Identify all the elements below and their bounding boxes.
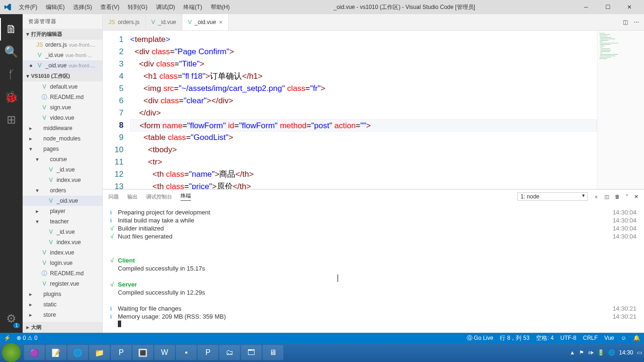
tree-file[interactable]: Vindex.vue bbox=[23, 237, 102, 247]
menu-item[interactable]: 帮助(H) bbox=[207, 1, 234, 13]
window-title: _oid.vue - vs1010 (工作区) - Visual Studio … bbox=[233, 3, 575, 11]
taskbar-app[interactable]: 🟣 bbox=[24, 345, 45, 360]
menu-item[interactable]: 选择(S) bbox=[69, 1, 96, 13]
tree-folder[interactable]: ▾course bbox=[23, 154, 102, 165]
line-gutter: 12345678910111213 bbox=[103, 31, 130, 189]
taskbar-clock[interactable]: 14:30 bbox=[619, 349, 633, 356]
taskbar-app[interactable]: 📁 bbox=[89, 345, 110, 360]
tree-file[interactable]: V_id.vue bbox=[23, 227, 102, 237]
taskbar-app[interactable]: 🗔 bbox=[241, 345, 262, 360]
tree-folder[interactable]: ▾pages bbox=[23, 144, 102, 154]
vscode-logo-icon bbox=[4, 3, 11, 11]
tree-folder[interactable]: ▸middleware bbox=[23, 123, 102, 133]
start-button[interactable] bbox=[2, 343, 21, 362]
outline-header[interactable]: ▸大纲 bbox=[23, 322, 102, 333]
status-problems[interactable]: ⊗ 0 ⚠ 0 bbox=[17, 335, 37, 341]
tree-folder[interactable]: ▸node_modules bbox=[23, 133, 102, 144]
tree-file[interactable]: Vlogin.vue bbox=[23, 258, 102, 268]
panel-maximize-icon[interactable]: ˄ bbox=[626, 194, 628, 200]
editor-tab[interactable]: JSorders.js bbox=[103, 14, 146, 30]
status-feedback[interactable]: ☺ bbox=[621, 335, 627, 341]
menu-item[interactable]: 转到(G) bbox=[124, 1, 151, 13]
panel-tab[interactable]: 输出 bbox=[127, 193, 138, 200]
panel-close-icon[interactable]: ✕ bbox=[634, 194, 638, 200]
tree-folder[interactable]: ▾orders bbox=[23, 185, 102, 196]
activity-settings[interactable]: ⚙1 bbox=[0, 307, 23, 330]
menu-item[interactable]: 调试(D) bbox=[152, 1, 179, 13]
tree-file[interactable]: ⓘREADME.md bbox=[23, 268, 102, 279]
activity-debug[interactable]: 🐞 bbox=[0, 86, 23, 108]
activity-extensions[interactable]: ⊞ bbox=[0, 108, 23, 131]
tree-folder[interactable]: ▾teacher bbox=[23, 216, 102, 227]
close-button[interactable]: ✕ bbox=[619, 0, 640, 14]
split-terminal-icon[interactable]: ◫ bbox=[604, 194, 609, 200]
taskbar-app[interactable]: 🗂 bbox=[219, 345, 240, 360]
split-editor-icon[interactable]: ◫ bbox=[623, 19, 628, 25]
taskbar-app[interactable]: 🖥 bbox=[263, 345, 283, 360]
taskbar-app[interactable]: P bbox=[111, 345, 132, 360]
open-editor-item[interactable]: JSorders.jsvue-front-... bbox=[23, 40, 102, 50]
status-golive[interactable]: Ⓖ Go Live bbox=[467, 334, 494, 342]
taskbar-app[interactable]: W bbox=[154, 345, 175, 360]
activity-explorer[interactable]: 🗎 bbox=[0, 18, 23, 41]
maximize-button[interactable]: ☐ bbox=[597, 0, 619, 14]
new-terminal-icon[interactable]: ＋ bbox=[594, 193, 599, 200]
taskbar-app[interactable]: P bbox=[198, 345, 218, 360]
tree-folder[interactable]: ▸store bbox=[23, 310, 102, 320]
workspace-header[interactable]: ▾VS1010 (工作区) bbox=[23, 71, 102, 82]
tree-file[interactable]: V_id.vue bbox=[23, 165, 102, 175]
panel-tab[interactable]: 问题 bbox=[108, 193, 119, 200]
status-remote[interactable]: ⚡ bbox=[4, 335, 11, 341]
tab-close-icon[interactable]: × bbox=[219, 18, 223, 26]
status-cursor-pos[interactable]: 行 8，列 53 bbox=[500, 334, 529, 342]
status-indent[interactable]: 空格: 4 bbox=[536, 334, 553, 342]
tree-file[interactable]: Vregister.vue bbox=[23, 279, 102, 289]
panel-tab[interactable]: 调试控制台 bbox=[146, 193, 172, 200]
menu-item[interactable]: 终端(T) bbox=[180, 1, 206, 13]
activity-scm[interactable]: ᚶ bbox=[0, 63, 23, 86]
editor-tab[interactable]: V_id.vue bbox=[146, 14, 182, 30]
kill-terminal-icon[interactable]: 🗑 bbox=[615, 194, 620, 199]
tree-file[interactable]: Vdefault.vue bbox=[23, 82, 102, 92]
minimap[interactable]: ▬▬▬▬▬▬ ▬▬▬▬▬▬▬▬▬▬▬ ▬▬▬▬▬▬▬▬ ▬▬▬▬▬▬▬▬▬▬▬▬… bbox=[597, 31, 644, 189]
taskbar-app[interactable]: 🔳 bbox=[132, 345, 153, 360]
menu-item[interactable]: 编辑(E) bbox=[42, 1, 68, 13]
taskbar-app[interactable]: 🌐 bbox=[67, 345, 88, 360]
taskbar-app[interactable]: 📝 bbox=[46, 345, 66, 360]
status-eol[interactable]: CRLF bbox=[583, 335, 597, 341]
tree-file[interactable]: ⓘREADME.md bbox=[23, 92, 102, 102]
window-controls: ─ ☐ ✕ bbox=[575, 0, 640, 14]
minimize-button[interactable]: ─ bbox=[575, 0, 597, 14]
tree-file[interactable]: V_oid.vue bbox=[23, 196, 102, 206]
panel-tabs: 问题输出调试控制台终端 1: node ＋ ◫ 🗑 ˄ ✕ bbox=[103, 189, 644, 204]
system-tray[interactable]: ▲⚑🕪🔋🌐 14:30 ▭ bbox=[570, 349, 642, 356]
menu-item[interactable]: 文件(F) bbox=[15, 1, 41, 13]
terminal-select[interactable]: 1: node bbox=[517, 192, 588, 201]
code-area[interactable]: <template> <div class="Page Confirm"> <d… bbox=[130, 31, 597, 189]
open-editors-header[interactable]: ▾打开的编辑器 bbox=[23, 29, 102, 40]
open-editor-item[interactable]: ●V_oid.vuevue-front-... bbox=[23, 60, 102, 71]
file-tree: Vdefault.vueⓘREADME.mdVsign.vueVvideo.vu… bbox=[23, 82, 102, 322]
tree-file[interactable]: Vindex.vue bbox=[23, 247, 102, 258]
activity-search[interactable]: 🔍 bbox=[0, 41, 23, 63]
editor-tab[interactable]: V_oid.vue× bbox=[182, 14, 229, 30]
tree-file[interactable]: Vvideo.vue bbox=[23, 113, 102, 123]
tree-folder[interactable]: ▸player bbox=[23, 206, 102, 216]
taskbar: 🟣 📝 🌐 📁 P 🔳 W ▪ P 🗂 🗔 🖥 ▲⚑🕪🔋🌐 14:30 ▭ bbox=[0, 343, 644, 362]
panel-tab[interactable]: 终端 bbox=[181, 192, 191, 201]
menu-item[interactable]: 查看(V) bbox=[97, 1, 123, 13]
more-actions-icon[interactable]: ⋯ bbox=[634, 19, 639, 25]
status-language[interactable]: Vue bbox=[604, 335, 614, 341]
tree-folder[interactable]: ▸plugins bbox=[23, 289, 102, 299]
status-encoding[interactable]: UTF-8 bbox=[560, 335, 576, 341]
tree-folder[interactable]: ▸static bbox=[23, 299, 102, 310]
tree-file[interactable]: Vindex.vue bbox=[23, 175, 102, 185]
status-notifications[interactable]: 🔔 bbox=[633, 335, 640, 341]
terminal[interactable]: iPreparing project for development14:30:… bbox=[103, 204, 644, 333]
open-editor-item[interactable]: V_id.vuevue-front-... bbox=[23, 50, 102, 60]
editor[interactable]: 12345678910111213 <template> <div class=… bbox=[103, 31, 644, 189]
taskbar-app[interactable]: ▪ bbox=[176, 345, 197, 360]
tree-file[interactable]: Vsign.vue bbox=[23, 102, 102, 113]
status-bar: ⚡ ⊗ 0 ⚠ 0 Ⓖ Go Live 行 8，列 53 空格: 4 UTF-8… bbox=[0, 333, 644, 343]
bottom-panel: 问题输出调试控制台终端 1: node ＋ ◫ 🗑 ˄ ✕ iPreparing… bbox=[103, 189, 644, 333]
